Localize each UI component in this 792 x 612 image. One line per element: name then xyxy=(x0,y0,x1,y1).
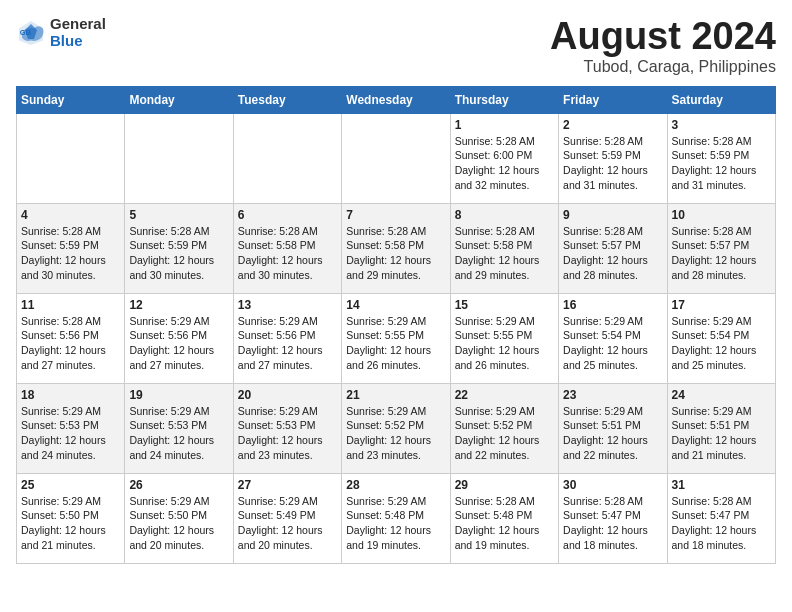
day-number: 5 xyxy=(129,208,228,222)
day-info: Sunrise: 5:29 AM Sunset: 5:54 PM Dayligh… xyxy=(672,314,771,373)
calendar-cell: 7Sunrise: 5:28 AM Sunset: 5:58 PM Daylig… xyxy=(342,203,450,293)
day-number: 15 xyxy=(455,298,554,312)
calendar-cell: 23Sunrise: 5:29 AM Sunset: 5:51 PM Dayli… xyxy=(559,383,667,473)
calendar-cell xyxy=(125,113,233,203)
weekday-header: Thursday xyxy=(450,86,558,113)
calendar-cell: 12Sunrise: 5:29 AM Sunset: 5:56 PM Dayli… xyxy=(125,293,233,383)
day-number: 9 xyxy=(563,208,662,222)
day-number: 23 xyxy=(563,388,662,402)
title-block: August 2024 Tubod, Caraga, Philippines xyxy=(550,16,776,76)
day-info: Sunrise: 5:29 AM Sunset: 5:55 PM Dayligh… xyxy=(455,314,554,373)
day-number: 21 xyxy=(346,388,445,402)
calendar-body: 1Sunrise: 5:28 AM Sunset: 6:00 PM Daylig… xyxy=(17,113,776,563)
page-subtitle: Tubod, Caraga, Philippines xyxy=(550,58,776,76)
calendar-cell xyxy=(233,113,341,203)
calendar-cell: 6Sunrise: 5:28 AM Sunset: 5:58 PM Daylig… xyxy=(233,203,341,293)
day-number: 1 xyxy=(455,118,554,132)
calendar-cell: 30Sunrise: 5:28 AM Sunset: 5:47 PM Dayli… xyxy=(559,473,667,563)
day-info: Sunrise: 5:29 AM Sunset: 5:53 PM Dayligh… xyxy=(129,404,228,463)
day-info: Sunrise: 5:29 AM Sunset: 5:51 PM Dayligh… xyxy=(672,404,771,463)
day-number: 4 xyxy=(21,208,120,222)
day-info: Sunrise: 5:29 AM Sunset: 5:50 PM Dayligh… xyxy=(21,494,120,553)
day-info: Sunrise: 5:28 AM Sunset: 6:00 PM Dayligh… xyxy=(455,134,554,193)
day-number: 6 xyxy=(238,208,337,222)
day-number: 7 xyxy=(346,208,445,222)
day-number: 28 xyxy=(346,478,445,492)
calendar-cell: 25Sunrise: 5:29 AM Sunset: 5:50 PM Dayli… xyxy=(17,473,125,563)
calendar-cell: 5Sunrise: 5:28 AM Sunset: 5:59 PM Daylig… xyxy=(125,203,233,293)
calendar-cell: 28Sunrise: 5:29 AM Sunset: 5:48 PM Dayli… xyxy=(342,473,450,563)
calendar-cell: 15Sunrise: 5:29 AM Sunset: 5:55 PM Dayli… xyxy=(450,293,558,383)
calendar-cell: 27Sunrise: 5:29 AM Sunset: 5:49 PM Dayli… xyxy=(233,473,341,563)
day-info: Sunrise: 5:29 AM Sunset: 5:53 PM Dayligh… xyxy=(21,404,120,463)
svg-text:GB: GB xyxy=(20,27,32,36)
page-title: August 2024 xyxy=(550,16,776,58)
day-number: 3 xyxy=(672,118,771,132)
calendar-cell: 11Sunrise: 5:28 AM Sunset: 5:56 PM Dayli… xyxy=(17,293,125,383)
calendar-table: SundayMondayTuesdayWednesdayThursdayFrid… xyxy=(16,86,776,564)
day-number: 31 xyxy=(672,478,771,492)
day-info: Sunrise: 5:29 AM Sunset: 5:54 PM Dayligh… xyxy=(563,314,662,373)
day-info: Sunrise: 5:28 AM Sunset: 5:59 PM Dayligh… xyxy=(129,224,228,283)
day-number: 30 xyxy=(563,478,662,492)
weekday-header: Sunday xyxy=(17,86,125,113)
day-info: Sunrise: 5:28 AM Sunset: 5:47 PM Dayligh… xyxy=(672,494,771,553)
calendar-cell xyxy=(342,113,450,203)
calendar-week-row: 4Sunrise: 5:28 AM Sunset: 5:59 PM Daylig… xyxy=(17,203,776,293)
calendar-week-row: 18Sunrise: 5:29 AM Sunset: 5:53 PM Dayli… xyxy=(17,383,776,473)
calendar-cell: 10Sunrise: 5:28 AM Sunset: 5:57 PM Dayli… xyxy=(667,203,775,293)
calendar-cell: 26Sunrise: 5:29 AM Sunset: 5:50 PM Dayli… xyxy=(125,473,233,563)
day-number: 24 xyxy=(672,388,771,402)
day-info: Sunrise: 5:28 AM Sunset: 5:58 PM Dayligh… xyxy=(238,224,337,283)
calendar-cell: 21Sunrise: 5:29 AM Sunset: 5:52 PM Dayli… xyxy=(342,383,450,473)
calendar-cell: 1Sunrise: 5:28 AM Sunset: 6:00 PM Daylig… xyxy=(450,113,558,203)
calendar-cell: 3Sunrise: 5:28 AM Sunset: 5:59 PM Daylig… xyxy=(667,113,775,203)
day-number: 2 xyxy=(563,118,662,132)
day-number: 14 xyxy=(346,298,445,312)
day-info: Sunrise: 5:29 AM Sunset: 5:56 PM Dayligh… xyxy=(238,314,337,373)
logo-general: General xyxy=(50,16,106,33)
day-number: 26 xyxy=(129,478,228,492)
day-info: Sunrise: 5:28 AM Sunset: 5:57 PM Dayligh… xyxy=(563,224,662,283)
day-number: 22 xyxy=(455,388,554,402)
weekday-header: Monday xyxy=(125,86,233,113)
calendar-cell: 16Sunrise: 5:29 AM Sunset: 5:54 PM Dayli… xyxy=(559,293,667,383)
calendar-header: SundayMondayTuesdayWednesdayThursdayFrid… xyxy=(17,86,776,113)
calendar-week-row: 1Sunrise: 5:28 AM Sunset: 6:00 PM Daylig… xyxy=(17,113,776,203)
day-info: Sunrise: 5:28 AM Sunset: 5:58 PM Dayligh… xyxy=(346,224,445,283)
day-number: 27 xyxy=(238,478,337,492)
day-info: Sunrise: 5:29 AM Sunset: 5:51 PM Dayligh… xyxy=(563,404,662,463)
day-number: 19 xyxy=(129,388,228,402)
day-info: Sunrise: 5:28 AM Sunset: 5:56 PM Dayligh… xyxy=(21,314,120,373)
calendar-cell: 4Sunrise: 5:28 AM Sunset: 5:59 PM Daylig… xyxy=(17,203,125,293)
calendar-cell: 9Sunrise: 5:28 AM Sunset: 5:57 PM Daylig… xyxy=(559,203,667,293)
logo: GB General Blue xyxy=(16,16,106,49)
day-info: Sunrise: 5:29 AM Sunset: 5:52 PM Dayligh… xyxy=(455,404,554,463)
day-number: 16 xyxy=(563,298,662,312)
calendar-cell: 31Sunrise: 5:28 AM Sunset: 5:47 PM Dayli… xyxy=(667,473,775,563)
day-info: Sunrise: 5:29 AM Sunset: 5:55 PM Dayligh… xyxy=(346,314,445,373)
day-info: Sunrise: 5:29 AM Sunset: 5:53 PM Dayligh… xyxy=(238,404,337,463)
calendar-cell: 8Sunrise: 5:28 AM Sunset: 5:58 PM Daylig… xyxy=(450,203,558,293)
day-number: 18 xyxy=(21,388,120,402)
calendar-cell: 22Sunrise: 5:29 AM Sunset: 5:52 PM Dayli… xyxy=(450,383,558,473)
logo-icon: GB xyxy=(16,18,46,48)
day-info: Sunrise: 5:28 AM Sunset: 5:48 PM Dayligh… xyxy=(455,494,554,553)
calendar-cell: 14Sunrise: 5:29 AM Sunset: 5:55 PM Dayli… xyxy=(342,293,450,383)
day-info: Sunrise: 5:28 AM Sunset: 5:57 PM Dayligh… xyxy=(672,224,771,283)
calendar-cell: 18Sunrise: 5:29 AM Sunset: 5:53 PM Dayli… xyxy=(17,383,125,473)
day-number: 25 xyxy=(21,478,120,492)
day-number: 29 xyxy=(455,478,554,492)
calendar-cell: 19Sunrise: 5:29 AM Sunset: 5:53 PM Dayli… xyxy=(125,383,233,473)
calendar-cell: 29Sunrise: 5:28 AM Sunset: 5:48 PM Dayli… xyxy=(450,473,558,563)
day-number: 17 xyxy=(672,298,771,312)
day-number: 8 xyxy=(455,208,554,222)
day-info: Sunrise: 5:29 AM Sunset: 5:56 PM Dayligh… xyxy=(129,314,228,373)
day-number: 12 xyxy=(129,298,228,312)
weekday-header: Friday xyxy=(559,86,667,113)
day-number: 20 xyxy=(238,388,337,402)
page-header: GB General Blue August 2024 Tubod, Carag… xyxy=(16,16,776,76)
day-info: Sunrise: 5:29 AM Sunset: 5:48 PM Dayligh… xyxy=(346,494,445,553)
day-number: 11 xyxy=(21,298,120,312)
day-info: Sunrise: 5:28 AM Sunset: 5:58 PM Dayligh… xyxy=(455,224,554,283)
